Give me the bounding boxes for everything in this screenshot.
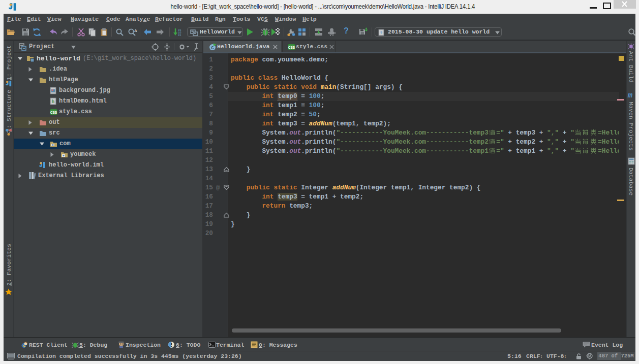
svg-text:A: A [134, 28, 137, 33]
svg-text:01: 01 [178, 34, 181, 37]
svg-text:C: C [211, 46, 214, 51]
svg-text:?: ? [380, 30, 383, 35]
svg-text:CSS: CSS [50, 111, 57, 114]
svg-text:CSS: CSS [288, 46, 295, 49]
svg-text:h: h [52, 100, 54, 105]
